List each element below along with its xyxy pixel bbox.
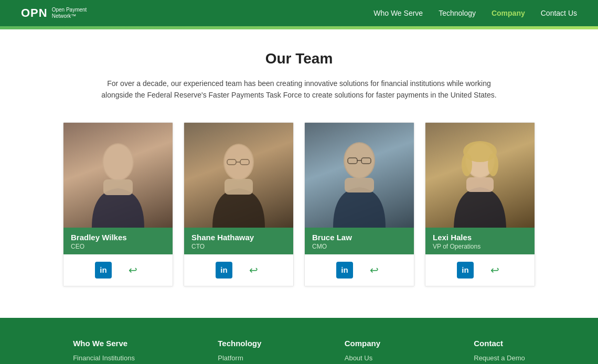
team-card-bradley: Bradley Wilkes CEO in ↩ bbox=[63, 122, 173, 286]
footer-columns: Who We Serve Financial Institutions App … bbox=[31, 339, 567, 364]
card-name-bradley: Bradley Wilkes bbox=[71, 233, 165, 242]
team-card-lexi: Lexi Hales VP of Operations in ↩ bbox=[425, 122, 535, 286]
photo-bruce bbox=[305, 123, 414, 228]
footer-link-request-demo[interactable]: Request a Demo bbox=[474, 354, 525, 362]
card-title-shane: CTO bbox=[191, 243, 286, 250]
reply-icon-shane[interactable]: ↩ bbox=[245, 262, 262, 279]
photo-silhouette-2 bbox=[202, 133, 275, 228]
team-grid: Bradley Wilkes CEO in ↩ bbox=[47, 122, 551, 286]
card-icons-bruce: in ↩ bbox=[305, 254, 414, 286]
nav-who-we-serve[interactable]: Who We Serve bbox=[373, 9, 423, 17]
footer-col-company: Company About Us Our Team News & Events bbox=[345, 339, 391, 364]
card-title-bruce: CMO bbox=[312, 243, 407, 250]
photo-lexi bbox=[425, 123, 535, 228]
card-name-area-bruce: Bruce Law CMO bbox=[305, 228, 414, 254]
footer-col-contact: Contact Request a Demo Support bbox=[474, 339, 525, 364]
main-content: Our Team For over a decade, our experien… bbox=[37, 29, 561, 318]
photo-shane bbox=[184, 123, 293, 228]
team-card-shane: Shane Hathaway CTO in ↩ bbox=[184, 122, 294, 286]
card-title-lexi: VP of Operations bbox=[433, 243, 527, 250]
main-nav: Who We Serve Technology Company Contact … bbox=[373, 9, 577, 17]
svg-rect-5 bbox=[225, 179, 253, 195]
svg-rect-2 bbox=[103, 179, 133, 195]
footer-heading-contact: Contact bbox=[474, 339, 525, 348]
svg-rect-20 bbox=[466, 177, 494, 192]
nav-contact-us[interactable]: Contact Us bbox=[541, 9, 577, 17]
reply-icon-lexi[interactable]: ↩ bbox=[486, 262, 503, 279]
card-icons-bradley: in ↩ bbox=[63, 254, 173, 286]
card-name-bruce: Bruce Law bbox=[312, 233, 407, 242]
card-icons-lexi: in ↩ bbox=[425, 254, 535, 286]
footer-col-technology: Technology Platform OPN API Sandbox bbox=[218, 339, 261, 364]
team-card-bruce: Bruce Law CMO in ↩ bbox=[304, 122, 414, 286]
nav-company[interactable]: Company bbox=[492, 9, 525, 17]
svg-point-19 bbox=[488, 153, 498, 176]
logo-tagline-1: Open Payment bbox=[52, 7, 87, 13]
footer-heading-who: Who We Serve bbox=[73, 339, 135, 348]
site-header: OPN Open Payment Network™ Who We Serve T… bbox=[0, 0, 598, 26]
linkedin-icon-bruce[interactable]: in bbox=[336, 262, 353, 279]
svg-point-18 bbox=[462, 153, 472, 176]
card-title-bradley: CEO bbox=[71, 243, 165, 250]
card-name-shane: Shane Hathaway bbox=[191, 233, 286, 242]
linkedin-icon-bradley[interactable]: in bbox=[95, 262, 112, 279]
card-name-lexi: Lexi Hales bbox=[433, 233, 527, 242]
photo-bradley bbox=[63, 123, 173, 228]
card-icons-shane: in ↩ bbox=[184, 254, 293, 286]
logo[interactable]: OPN Open Payment Network™ bbox=[21, 6, 87, 20]
footer-link-platform[interactable]: Platform bbox=[218, 354, 261, 362]
site-footer: Who We Serve Financial Institutions App … bbox=[0, 318, 598, 364]
page-subtitle: For over a decade, our experienced team … bbox=[100, 78, 498, 101]
card-name-area-lexi: Lexi Hales VP of Operations bbox=[425, 228, 535, 254]
footer-heading-technology: Technology bbox=[218, 339, 261, 348]
photo-silhouette-3 bbox=[323, 133, 396, 228]
footer-link-about-us[interactable]: About Us bbox=[345, 354, 391, 362]
photo-silhouette-4 bbox=[443, 133, 517, 228]
nav-technology[interactable]: Technology bbox=[439, 9, 476, 17]
linkedin-icon-lexi[interactable]: in bbox=[457, 262, 474, 279]
linkedin-icon-shane[interactable]: in bbox=[216, 262, 232, 279]
reply-icon-bruce[interactable]: ↩ bbox=[366, 262, 382, 279]
footer-link-financial[interactable]: Financial Institutions bbox=[73, 354, 135, 362]
footer-col-who-we-serve: Who We Serve Financial Institutions App … bbox=[73, 339, 135, 364]
card-name-area-shane: Shane Hathaway CTO bbox=[184, 228, 293, 254]
logo-opn: OPN bbox=[21, 6, 48, 20]
page-title: Our Team bbox=[47, 50, 551, 67]
reply-icon-bradley[interactable]: ↩ bbox=[124, 262, 141, 279]
svg-point-1 bbox=[103, 144, 133, 180]
card-name-area-bradley: Bradley Wilkes CEO bbox=[63, 228, 173, 254]
svg-rect-11 bbox=[345, 178, 374, 192]
photo-silhouette-1 bbox=[81, 133, 155, 228]
footer-heading-company: Company bbox=[345, 339, 391, 348]
logo-tagline-2: Network™ bbox=[52, 13, 87, 19]
